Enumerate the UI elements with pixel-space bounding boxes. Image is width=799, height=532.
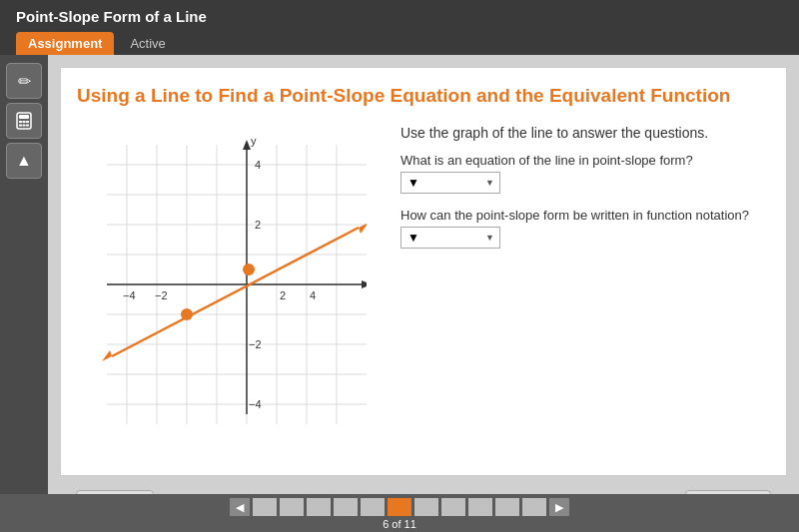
- card-title: Using a Line to Find a Point-Slope Equat…: [77, 84, 770, 109]
- svg-text:−4: −4: [123, 289, 136, 301]
- svg-text:−2: −2: [249, 338, 262, 350]
- y-axis-label: y: [251, 135, 257, 147]
- svg-rect-6: [23, 125, 26, 127]
- page-1[interactable]: [253, 498, 277, 516]
- page-label: 6 of 11: [383, 518, 416, 530]
- prev-page-button[interactable]: ◀: [230, 498, 250, 516]
- pencil-tool-button[interactable]: ✏: [6, 63, 42, 99]
- question1-dropdown-wrapper[interactable]: ▼: [400, 172, 500, 194]
- svg-rect-1: [19, 115, 29, 119]
- question2-dropdown[interactable]: ▼: [400, 227, 500, 249]
- tab-active[interactable]: Active: [118, 32, 177, 55]
- top-bar: Point-Slope Form of a Line Assignment Ac…: [0, 0, 799, 55]
- svg-text:−4: −4: [249, 398, 262, 410]
- svg-line-37: [112, 228, 359, 356]
- svg-text:2: 2: [255, 219, 261, 231]
- svg-rect-7: [26, 125, 29, 127]
- question1-dropdown[interactable]: ▼: [400, 172, 500, 194]
- svg-text:2: 2: [280, 289, 286, 301]
- svg-rect-4: [26, 121, 29, 123]
- point1-dot: [181, 308, 193, 320]
- questions-area: Use the graph of the line to answer the …: [400, 125, 770, 438]
- main-content: Using a Line to Find a Point-Slope Equat…: [48, 55, 799, 532]
- calculator-tool-button[interactable]: [6, 103, 42, 139]
- page-6[interactable]: [388, 498, 411, 516]
- page-2[interactable]: [280, 498, 304, 516]
- svg-rect-2: [19, 121, 22, 123]
- page-3[interactable]: [307, 498, 331, 516]
- svg-marker-38: [359, 223, 367, 234]
- svg-text:4: 4: [310, 289, 316, 301]
- svg-text:−2: −2: [155, 289, 168, 301]
- tab-assignment[interactable]: Assignment: [16, 32, 114, 55]
- calculator-icon: [14, 111, 34, 131]
- pagination-bar: ◀ ▶ 6 of 11: [0, 494, 799, 532]
- page-11[interactable]: [522, 498, 546, 516]
- svg-rect-5: [19, 125, 22, 127]
- page-10[interactable]: [495, 498, 519, 516]
- page-4[interactable]: [334, 498, 358, 516]
- point2-dot: [243, 264, 255, 275]
- question2-label: How can the point-slope form be written …: [400, 208, 770, 223]
- page-9[interactable]: [468, 498, 492, 516]
- card-body: x y −4 −2 2 4 4 2 −2 −4: [77, 125, 770, 438]
- instruction-text: Use the graph of the line to answer the …: [400, 125, 770, 141]
- page-7[interactable]: [414, 498, 438, 516]
- graph-container: x y −4 −2 2 4 4 2 −2 −4: [77, 125, 377, 438]
- next-page-button[interactable]: ▶: [549, 498, 569, 516]
- coordinate-graph: x y −4 −2 2 4 4 2 −2 −4: [77, 125, 367, 434]
- svg-marker-39: [102, 350, 112, 361]
- svg-rect-3: [23, 121, 26, 123]
- upload-tool-button[interactable]: ▲: [6, 143, 42, 179]
- question2-dropdown-wrapper[interactable]: ▼: [400, 227, 500, 249]
- content-card: Using a Line to Find a Point-Slope Equat…: [60, 67, 787, 476]
- left-toolbar: ✏ ▲: [0, 55, 48, 532]
- svg-marker-28: [243, 140, 251, 150]
- app-title: Point-Slope Form of a Line: [16, 8, 207, 25]
- svg-text:4: 4: [255, 159, 261, 171]
- page-5[interactable]: [361, 498, 385, 516]
- tab-bar: Assignment Active: [16, 32, 178, 55]
- page-8[interactable]: [441, 498, 465, 516]
- question1-label: What is an equation of the line in point…: [400, 153, 770, 168]
